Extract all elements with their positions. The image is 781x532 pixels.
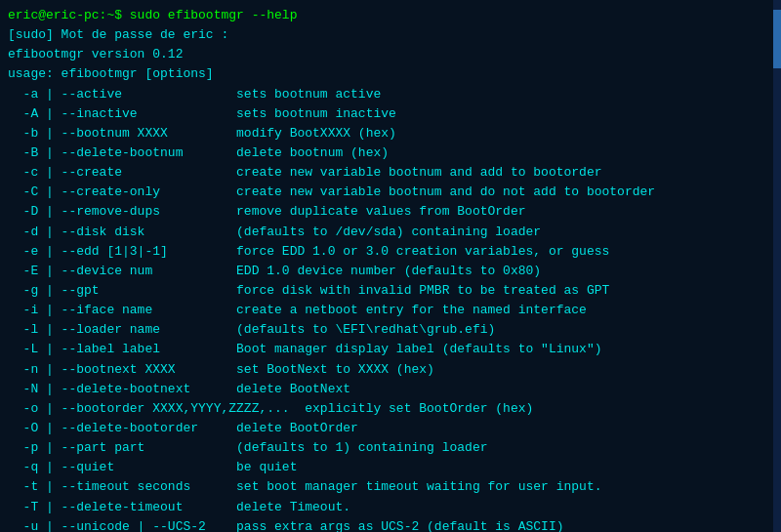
terminal-line-opt_c: -c | --create create new variable bootnu… bbox=[8, 163, 773, 183]
terminal-line-opt_n: -n | --bootnext XXXX set BootNext to XXX… bbox=[8, 360, 773, 380]
terminal-line-opt_D: -D | --remove-dups remove duplicate valu… bbox=[8, 202, 773, 222]
terminal-line-prompt1: eric@eric-pc:~$ sudo efibootmgr --help bbox=[8, 6, 773, 25]
terminal-line-opt_l: -l | --loader name (defaults to \EFI\red… bbox=[8, 320, 773, 340]
terminal-line-usage: usage: efibootmgr [options] bbox=[8, 64, 773, 84]
terminal-line-opt_L: -L | --label label Boot manager display … bbox=[8, 340, 773, 359]
scrollbar-thumb[interactable] bbox=[773, 10, 781, 68]
terminal-line-opt_O: -O | --delete-bootorder delete BootOrder bbox=[8, 419, 773, 438]
terminal-line-opt_d: -d | --disk disk (defaults to /dev/sda) … bbox=[8, 223, 773, 242]
terminal-line-opt_N: -N | --delete-bootnext delete BootNext bbox=[8, 380, 773, 399]
scrollbar[interactable] bbox=[773, 0, 781, 532]
terminal-line-opt_B: -B | --delete-bootnum delete bootnum (he… bbox=[8, 143, 773, 163]
terminal-window: eric@eric-pc:~$ sudo efibootmgr --help[s… bbox=[0, 0, 781, 532]
terminal-line-opt_E: -E | --device num EDD 1.0 device number … bbox=[8, 262, 773, 281]
terminal-line-opt_a: -a | --active sets bootnum active bbox=[8, 85, 773, 104]
terminal-content: eric@eric-pc:~$ sudo efibootmgr --help[s… bbox=[8, 6, 773, 532]
terminal-line-version: efibootmgr version 0.12 bbox=[8, 45, 773, 64]
terminal-line-opt_o: -o | --bootorder XXXX,YYYY,ZZZZ,... expl… bbox=[8, 399, 773, 419]
terminal-line-opt_C: -C | --create-only create new variable b… bbox=[8, 183, 773, 202]
prompt-text: eric@eric-pc:~$ sudo efibootmgr --help bbox=[8, 8, 297, 22]
terminal-line-opt_T: -T | --delete-timeout delete Timeout. bbox=[8, 498, 773, 517]
terminal-line-opt_q: -q | --quiet be quiet bbox=[8, 458, 773, 477]
terminal-line-opt_t: -t | --timeout seconds set boot manager … bbox=[8, 477, 773, 497]
terminal-line-sudo_msg: [sudo] Mot de passe de eric : bbox=[8, 25, 773, 45]
terminal-line-opt_u: -u | --unicode | --UCS-2 pass extra args… bbox=[8, 517, 773, 532]
terminal-line-opt_i: -i | --iface name create a netboot entry… bbox=[8, 301, 773, 320]
terminal-line-opt_e: -e | --edd [1|3|-1] force EDD 1.0 or 3.0… bbox=[8, 242, 773, 262]
terminal-line-opt_g: -g | --gpt force disk with invalid PMBR … bbox=[8, 281, 773, 301]
terminal-line-opt_A: -A | --inactive sets bootnum inactive bbox=[8, 104, 773, 124]
terminal-line-opt_p: -p | --part part (defaults to 1) contain… bbox=[8, 438, 773, 458]
terminal-line-opt_b: -b | --bootnum XXXX modify BootXXXX (hex… bbox=[8, 124, 773, 143]
